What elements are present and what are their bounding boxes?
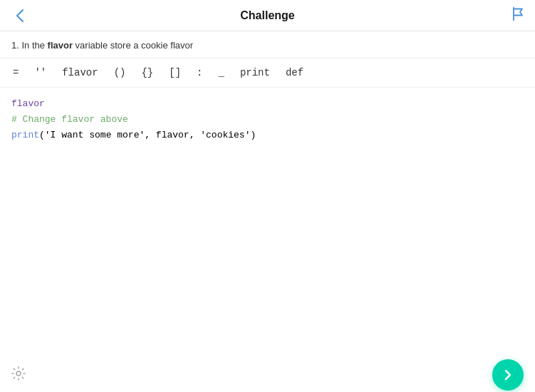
svg-point-0 (16, 371, 21, 376)
settings-icon[interactable] (11, 366, 26, 384)
code-line-1: flavor (11, 96, 524, 112)
code-editor: flavor # Change flavor above print('I wa… (0, 88, 535, 152)
token-def[interactable]: def (283, 66, 306, 80)
flag-icon[interactable] (512, 6, 525, 24)
token-braces[interactable]: {} (138, 66, 156, 80)
code-line-2: # Change flavor above (11, 112, 524, 128)
bottom-bar (0, 358, 535, 392)
token-empty-string[interactable]: '' (31, 66, 49, 80)
page-title: Challenge (240, 9, 294, 22)
token-brackets[interactable]: [] (166, 66, 184, 80)
token-flavor[interactable]: flavor (59, 66, 100, 80)
token-equals[interactable]: = (10, 66, 21, 80)
token-bar: = '' flavor () {} [] : _ print def (0, 58, 535, 88)
code-line-3: print('I want some more', flavor, 'cooki… (11, 128, 524, 143)
token-parens[interactable]: () (111, 66, 129, 80)
next-button[interactable] (492, 359, 524, 391)
instruction-text: 1. In the flavor variable store a cookie… (0, 31, 535, 58)
back-button[interactable] (9, 4, 31, 27)
token-print[interactable]: print (237, 66, 273, 80)
token-colon[interactable]: : (194, 66, 205, 80)
header: Challenge (0, 0, 535, 31)
token-underscore[interactable]: _ (215, 66, 227, 80)
